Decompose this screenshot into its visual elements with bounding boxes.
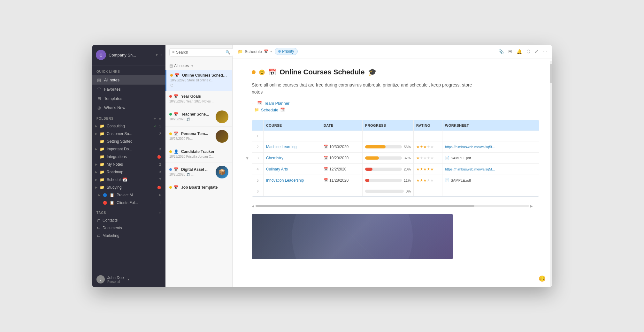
tags-label: Tags xyxy=(96,211,158,215)
folder-item-getting-started[interactable]: 📁 Getting Started xyxy=(92,138,165,145)
folder-item-consulting[interactable]: ▶ 📁 Consulting ✓ 1 xyxy=(92,122,165,130)
schedule-link[interactable]: Schedule xyxy=(261,108,278,112)
folder-item-clients-fol[interactable]: 🔴 📋 Clients Fol... 1 xyxy=(92,199,165,207)
folder-item-customer-support[interactable]: ▶ 📁 Customer Su... 2 xyxy=(92,130,165,138)
note-item-3[interactable]: 📅 Teacher Sche... 10/28/2020 🎵 ... xyxy=(165,107,232,127)
search-box[interactable]: ≡ 🔍 xyxy=(169,48,233,57)
scroll-left-icon[interactable]: ◀ xyxy=(252,204,254,208)
scrollbar-thumb[interactable] xyxy=(256,205,474,207)
table-row-3: 3 Chemistry 📅 10/29/2020 xyxy=(252,153,539,164)
course-link-ml[interactable]: Machine Learning xyxy=(266,145,296,149)
doc-status-dot xyxy=(252,70,256,74)
all-notes-dropdown-icon[interactable]: ▾ xyxy=(191,64,193,68)
search-input[interactable] xyxy=(176,50,224,55)
sidebar-item-whats-new[interactable]: ◎ What's New xyxy=(92,103,165,112)
tag-label-contacts: Contacts xyxy=(103,218,118,223)
note-calendar-icon: 📅 xyxy=(174,94,179,99)
table-cell-rating-1 xyxy=(414,131,442,141)
tag-item-marketing[interactable]: 🏷 Marketing xyxy=(92,232,165,239)
main-scrollbar-thumb[interactable] xyxy=(550,64,552,83)
search-icon[interactable]: 🔍 xyxy=(226,50,230,55)
table-cell-num-2: 2 xyxy=(252,141,264,152)
table-cell-worksheet-2[interactable]: https://nimbusweb.me/ws/sq5f... xyxy=(442,141,525,152)
table-cell-progress-6: 0% xyxy=(363,186,414,196)
whats-new-label: What's New xyxy=(104,106,125,110)
doc-calendar-icon: 📅 xyxy=(268,68,276,76)
tag-item-contacts[interactable]: 🏷 Contacts xyxy=(92,216,165,224)
note-item-6[interactable]: 📅 Digital Asset ... 10/28/2020 🎵 ... 📦 xyxy=(165,162,232,182)
grid-icon[interactable]: ⊞ xyxy=(508,49,512,54)
bell-icon[interactable]: 🔔 xyxy=(517,49,522,54)
filter-icon[interactable]: ≡ xyxy=(172,50,174,55)
add-tag-icon[interactable]: + xyxy=(158,210,161,215)
folder-name: Roadmap xyxy=(107,170,157,174)
scroll-right-icon[interactable]: ▶ xyxy=(530,204,533,208)
attachment-icon[interactable]: 📎 xyxy=(498,49,504,54)
sidebar-item-favorites[interactable]: ♡ Favorites xyxy=(92,85,165,94)
sidebar-header[interactable]: C Company Sh... ▾ ‹ xyxy=(92,45,165,65)
sidebar-footer[interactable]: J John Doe Personal ▾ xyxy=(92,271,165,287)
worksheet-link-2[interactable]: https://nimbusweb.me/ws/sq5f... xyxy=(445,145,495,149)
team-planner-link[interactable]: Team Planner xyxy=(264,101,289,106)
priority-tag[interactable]: Priority xyxy=(275,48,297,55)
table-cell-progress-2: 56% xyxy=(363,141,414,152)
folder-item-integrations[interactable]: 📁 Integrations 🔴 xyxy=(92,153,165,161)
folder-icon: 📁 xyxy=(100,132,104,136)
share-icon[interactable]: ⬡ xyxy=(526,49,530,54)
sidebar-item-all-notes[interactable]: ▤ All notes xyxy=(92,75,165,85)
pdf-icon-5: 📄 xyxy=(445,178,449,182)
stars-2: ★★★ xyxy=(416,145,427,149)
worksheet-link-4[interactable]: https://nimbusweb.me/ws/sq5f... xyxy=(445,167,495,171)
more-options-icon[interactable]: ··· xyxy=(543,49,547,54)
user-name: John Doe xyxy=(107,275,124,280)
table-cell-worksheet-1 xyxy=(442,131,525,141)
folder-item-schedule[interactable]: ▶ 📁 Schedule📅 7 xyxy=(92,176,165,184)
priority-label: Priority xyxy=(282,49,294,54)
related-links: ··· 📅 Team Planner 📁 Schedule 📅 xyxy=(252,101,533,112)
folder-item-project-m[interactable]: ▶ 🔵 📋 Project M... 6 xyxy=(92,191,165,199)
emoji-reaction-button[interactable]: 😊 xyxy=(539,275,546,282)
progress-fill-2 xyxy=(365,145,386,148)
course-link-culinary[interactable]: Culinary Arts xyxy=(266,167,288,171)
table-cell-course-5[interactable]: Innovation Leadership xyxy=(264,175,321,186)
tag-item-documents[interactable]: 🏷 Documents xyxy=(92,224,165,232)
folder-badge: 1 xyxy=(159,201,161,205)
priority-dot xyxy=(278,50,281,53)
note-avatar-4 xyxy=(216,130,228,143)
table-cell-worksheet-3[interactable]: 📄 SAMPLE.pdf xyxy=(442,153,525,163)
folder-item-my-notes[interactable]: ▶ 📁 My Notes 2 xyxy=(92,161,165,168)
progress-pct-6: 0% xyxy=(406,189,411,193)
note-item-4[interactable]: 📅 Persona Tem... 10/28/2020 Ph... xyxy=(165,127,232,146)
add-folder-icon[interactable]: + xyxy=(154,116,156,121)
table-filter-icon[interactable]: ▼ xyxy=(245,156,249,161)
table-cell-worksheet-5[interactable]: 📄 SAMPLE.pdf xyxy=(442,175,525,186)
date-calendar-icon: 📅 xyxy=(324,167,328,171)
stars-empty-3: ★★★★ xyxy=(420,156,434,160)
table-cell-course-4[interactable]: Culinary Arts xyxy=(264,164,321,175)
table-cell-num-4: 4 xyxy=(252,164,264,175)
fullscreen-icon[interactable]: ⤢ xyxy=(535,49,539,54)
table-cell-course-3[interactable]: Chemistry xyxy=(264,153,321,163)
course-link-innovation[interactable]: Innovation Leadership xyxy=(266,178,304,183)
table-cell-course-6[interactable] xyxy=(264,186,321,196)
folder-icon: 📁 xyxy=(100,155,104,159)
folder-options-icon[interactable]: ≡ xyxy=(158,116,161,121)
note-status-dot xyxy=(169,168,172,171)
table-cell-worksheet-4[interactable]: https://nimbusweb.me/ws/sq5f... xyxy=(442,164,525,175)
note-item-2[interactable]: 📅 Year Goals 10/28/2020 Year: 2020 Notes… xyxy=(165,91,232,107)
scrollbar-track[interactable] xyxy=(256,205,529,207)
folder-item-studying[interactable]: ▶ 📁 Studying 🔴 xyxy=(92,184,165,191)
note-item-5[interactable]: 👤 Candidate Tracker 10/28/2020 Priscilla… xyxy=(165,146,232,162)
note-item-7[interactable]: 📅 Job Board Template xyxy=(165,182,232,194)
user-avatar: J xyxy=(96,275,105,283)
doc-description: Store all online courses that are free d… xyxy=(252,81,475,96)
folder-item-roadmap[interactable]: ▶ 📁 Roadmap 3 xyxy=(92,168,165,176)
sidebar-item-templates[interactable]: ⊞ Templates xyxy=(92,94,165,103)
folder-item-important-docs[interactable]: ▶ 📁 Important Do... 3 xyxy=(92,145,165,153)
folder-arrow-icon: ▶ xyxy=(95,170,98,174)
note-item-1[interactable]: 📅 Online Courses Schedu... 10/28/2020 St… xyxy=(165,70,232,91)
course-link-chem[interactable]: Chemistry xyxy=(266,156,283,160)
sidebar-collapse-icon[interactable]: ‹ xyxy=(160,53,162,57)
table-cell-course-2[interactable]: Machine Learning xyxy=(264,141,321,152)
integrations-badge-icon: 🔴 xyxy=(157,155,161,159)
